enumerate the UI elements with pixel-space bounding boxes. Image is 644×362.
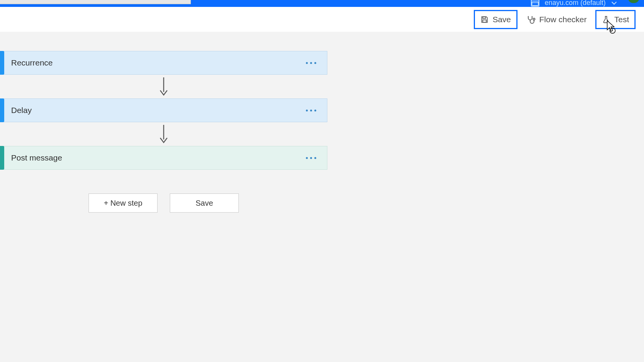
environment-icon (531, 0, 539, 7)
step-menu-button[interactable] (306, 110, 316, 111)
chevron-down-icon (611, 1, 617, 5)
ellipsis-icon (306, 62, 308, 64)
flow-step-post-message[interactable]: Post message (0, 146, 327, 170)
test-button[interactable]: Test (595, 10, 636, 29)
flow-actions: + New step Save (0, 193, 327, 213)
avatar[interactable] (628, 0, 639, 3)
flow-canvas: Recurrence Delay Post message (0, 32, 644, 213)
test-button-label: Test (614, 15, 629, 24)
svg-rect-1 (483, 16, 485, 18)
environment-label: enayu.com (default) (545, 0, 606, 7)
ellipsis-icon (314, 62, 316, 64)
save-button-label: Save (493, 15, 511, 24)
step-accent (0, 146, 4, 170)
save-button[interactable]: Save (474, 10, 518, 29)
save-flow-button[interactable]: Save (170, 193, 239, 213)
step-menu-button[interactable] (306, 157, 316, 159)
environment-switcher[interactable]: enayu.com (default) (531, 0, 617, 7)
save-flow-label: Save (196, 199, 213, 208)
flask-icon (602, 15, 610, 24)
step-menu-button[interactable] (306, 62, 316, 64)
svg-rect-0 (532, 2, 539, 5)
save-icon (480, 15, 489, 24)
ellipsis-icon (314, 110, 316, 111)
step-accent (0, 98, 4, 122)
svg-rect-2 (483, 20, 486, 22)
flow-checker-button[interactable]: Flow checker (520, 10, 593, 29)
step-title: Post message (11, 153, 62, 162)
flow-step-delay[interactable]: Delay (0, 98, 327, 122)
flow-connector (0, 122, 327, 146)
flow-step-recurrence[interactable]: Recurrence (0, 51, 327, 75)
new-step-button[interactable]: + New step (89, 193, 158, 213)
svg-point-3 (533, 18, 535, 20)
ellipsis-icon (314, 157, 316, 159)
stethoscope-icon (526, 15, 536, 24)
ellipsis-icon (310, 62, 312, 64)
step-title: Recurrence (11, 58, 53, 67)
step-title: Delay (11, 106, 32, 115)
flow-checker-label: Flow checker (539, 15, 587, 24)
step-accent (0, 51, 4, 75)
ellipsis-icon (306, 110, 308, 111)
ellipsis-icon (306, 157, 308, 159)
search-box-fragment[interactable] (0, 0, 191, 4)
ellipsis-icon (310, 157, 312, 159)
command-toolbar: Save Flow checker Test (0, 7, 644, 32)
app-header-fragment: enayu.com (default) (0, 0, 644, 7)
ellipsis-icon (310, 110, 312, 111)
flow-connector (0, 75, 327, 98)
new-step-label: + New step (104, 199, 143, 208)
